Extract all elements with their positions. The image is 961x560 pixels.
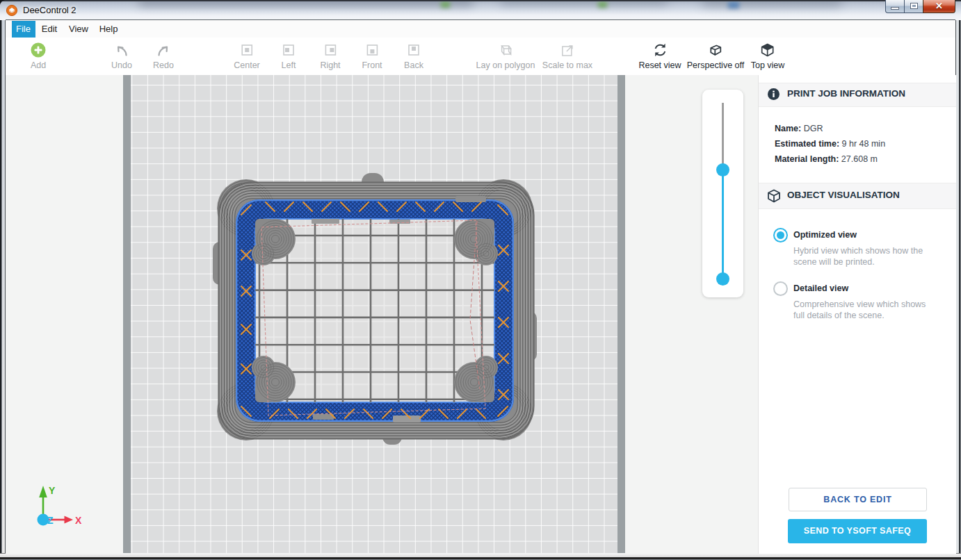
- svg-text:Z: Z: [47, 515, 54, 526]
- svg-text:X: X: [75, 515, 82, 526]
- svg-text:Y: Y: [49, 485, 56, 496]
